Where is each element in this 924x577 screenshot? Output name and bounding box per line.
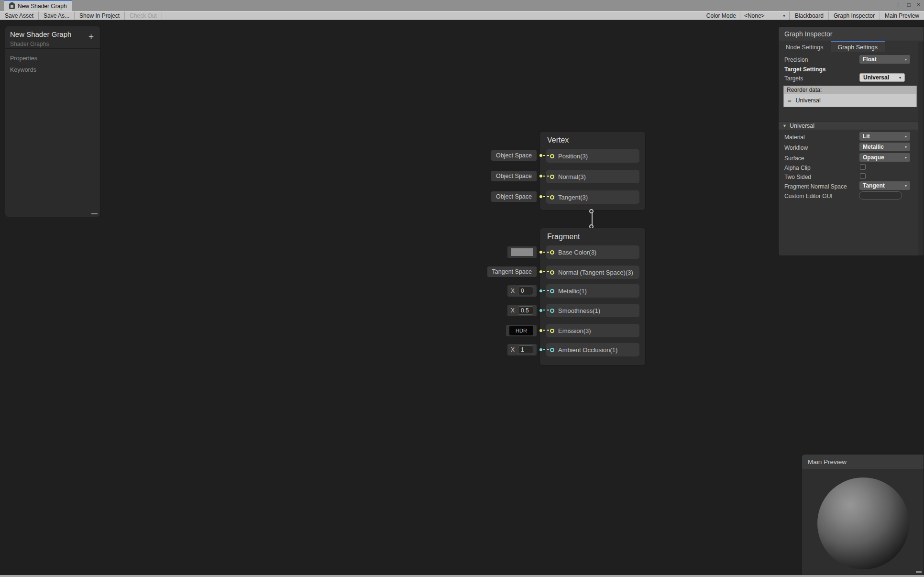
main-preview-toggle-button[interactable]: Main Preview xyxy=(880,11,924,20)
blackboard-toggle-button[interactable]: Blackboard xyxy=(790,11,828,20)
blackboard-resize-handle[interactable] xyxy=(91,213,98,214)
main-preview-panel: Main Preview xyxy=(802,454,924,575)
port-circle-icon[interactable] xyxy=(550,309,554,313)
port-label: Smoothness(1) xyxy=(558,307,600,314)
check-out-button[interactable]: Check Out xyxy=(125,11,162,20)
connector-dot-icon xyxy=(539,154,542,157)
precision-dropdown[interactable]: Float ▾ xyxy=(859,55,910,64)
port-circle-icon[interactable] xyxy=(550,175,554,179)
workflow-label: Workflow xyxy=(784,144,808,151)
window-maximize-icon[interactable]: □ xyxy=(907,1,911,8)
fragment-normal-space-dropdown[interactable]: Tangent ▾ xyxy=(859,181,910,190)
float-field-box: X 0 xyxy=(507,285,537,297)
surface-dropdown[interactable]: Opaque ▾ xyxy=(859,153,910,162)
fragment-port-normal[interactable]: Normal (Tangent Space)(3) xyxy=(546,266,639,279)
tangent-space-dropdown[interactable]: Object Space xyxy=(491,191,537,202)
color-swatch[interactable] xyxy=(511,248,533,256)
port-circle-icon[interactable] xyxy=(550,250,554,255)
smoothness-value-field[interactable]: 0.5 xyxy=(518,306,533,315)
universal-foldout[interactable]: ▼ Universal xyxy=(779,122,924,130)
custom-editor-gui-field[interactable] xyxy=(859,191,902,200)
connector-dash-icon xyxy=(543,196,550,197)
connector-dash-icon xyxy=(543,271,550,272)
tab-node-settings[interactable]: Node Settings xyxy=(779,41,831,52)
tangent-space-dropdown[interactable]: Tangent Space xyxy=(487,266,537,277)
x-component-label: X xyxy=(511,288,515,294)
blackboard-section-properties[interactable]: Properties xyxy=(10,55,37,62)
fragment-node-title: Fragment xyxy=(547,233,580,241)
connector-dot-icon xyxy=(539,309,542,312)
show-in-project-button[interactable]: Show In Project xyxy=(75,11,125,20)
targets-dropdown[interactable]: Universal ▾ xyxy=(859,73,905,82)
fragment-port-metallic[interactable]: Metallic(1) xyxy=(546,284,639,298)
vertex-node[interactable]: Vertex Position(3) Normal(3) Tangent(3) xyxy=(539,131,646,211)
save-as-button[interactable]: Save As... xyxy=(39,11,75,20)
connector-dash-icon xyxy=(543,176,550,177)
ambient-occlusion-value-widget: X 1 xyxy=(507,344,542,355)
port-label: Metallic(1) xyxy=(558,288,587,295)
main-preview-header: Main Preview xyxy=(802,455,924,469)
window-menu-icon[interactable]: ⋮ xyxy=(895,1,901,8)
custom-editor-gui-label: Custom Editor GUI xyxy=(784,193,833,200)
fragment-port-smoothness[interactable]: Smoothness(1) xyxy=(546,304,639,317)
port-circle-icon[interactable] xyxy=(550,270,554,275)
fragment-node[interactable]: Fragment Base Color(3) Normal (Tangent S… xyxy=(539,228,646,366)
port-circle-icon[interactable] xyxy=(550,289,554,293)
connector-dot-icon xyxy=(539,348,542,351)
reorder-item-label: Universal xyxy=(796,97,821,104)
port-circle-icon[interactable] xyxy=(550,348,554,352)
normal-space-dropdown[interactable]: Object Space xyxy=(491,171,537,181)
graph-canvas[interactable]: New Shader Graph Shader Graphs + Propert… xyxy=(0,20,924,575)
port-label: Normal(3) xyxy=(558,173,586,180)
tab-graph-settings[interactable]: Graph Settings xyxy=(831,41,885,52)
toolbar: Save Asset Save As... Show In Project Ch… xyxy=(0,11,924,20)
reorder-item-universal[interactable]: = Universal xyxy=(784,94,916,107)
two-sided-checkbox[interactable] xyxy=(860,173,866,179)
port-circle-icon[interactable] xyxy=(550,154,554,158)
tangent-space-widget: Object Space xyxy=(491,191,542,202)
foldout-arrow-icon: ▼ xyxy=(782,123,787,128)
vertex-port-normal[interactable]: Normal(3) xyxy=(546,170,639,183)
title-bar: New Shader Graph ⋮ □ × xyxy=(0,0,924,11)
surface-label: Surface xyxy=(784,155,804,162)
preview-resize-handle[interactable] xyxy=(916,571,922,573)
reorder-data-header: Reorder data: xyxy=(784,86,916,94)
position-space-dropdown[interactable]: Object Space xyxy=(491,150,537,161)
preview-sphere[interactable] xyxy=(817,477,909,569)
fragment-port-base-color[interactable]: Base Color(3) xyxy=(546,245,639,259)
connector-dash-icon xyxy=(543,252,550,253)
normal-tangent-space-widget: Tangent Space xyxy=(487,266,542,277)
metallic-value-field[interactable]: 0 xyxy=(518,287,533,295)
material-dropdown[interactable]: Lit ▾ xyxy=(859,132,910,141)
alpha-clip-checkbox[interactable] xyxy=(860,164,866,170)
drag-handle-icon[interactable]: = xyxy=(788,97,792,104)
blackboard-title: New Shader Graph xyxy=(10,30,71,38)
fragment-port-ambient-occlusion[interactable]: Ambient Occlusion(1) xyxy=(546,343,639,356)
dropdown-arrow-icon: ▾ xyxy=(783,13,785,18)
x-component-label: X xyxy=(511,346,515,353)
fragment-port-emission[interactable]: Emission(3) xyxy=(546,324,639,337)
two-sided-label: Two Sided xyxy=(784,174,811,180)
save-asset-button[interactable]: Save Asset xyxy=(0,11,39,20)
window-bottom-edge xyxy=(0,575,924,577)
hdr-color-swatch[interactable]: HDR xyxy=(509,326,533,335)
port-circle-icon[interactable] xyxy=(550,195,554,200)
connector-dot-icon xyxy=(539,270,542,273)
color-mode-dropdown[interactable]: <None> ▾ xyxy=(740,11,790,20)
vertex-port-tangent[interactable]: Tangent(3) xyxy=(546,190,639,204)
document-tab-label: New Shader Graph xyxy=(18,3,67,10)
vertex-output-port-circle[interactable] xyxy=(589,209,594,213)
graph-inspector-toggle-button[interactable]: Graph Inspector xyxy=(828,11,880,20)
blackboard-section-keywords[interactable]: Keywords xyxy=(10,67,36,73)
document-tab[interactable]: New Shader Graph xyxy=(4,0,72,11)
vertex-fragment-edge[interactable] xyxy=(592,213,593,225)
ambient-occlusion-value-field[interactable]: 1 xyxy=(518,345,533,354)
toolbar-spacer xyxy=(162,11,703,20)
vertex-port-position[interactable]: Position(3) xyxy=(546,149,639,163)
window-close-icon[interactable]: × xyxy=(917,1,920,8)
inspector-scrollbar[interactable] xyxy=(918,42,924,255)
add-property-button[interactable]: + xyxy=(88,32,94,41)
port-circle-icon[interactable] xyxy=(550,329,554,333)
port-label: Ambient Occlusion(1) xyxy=(558,346,617,354)
workflow-dropdown[interactable]: Metallic ▾ xyxy=(859,143,910,151)
